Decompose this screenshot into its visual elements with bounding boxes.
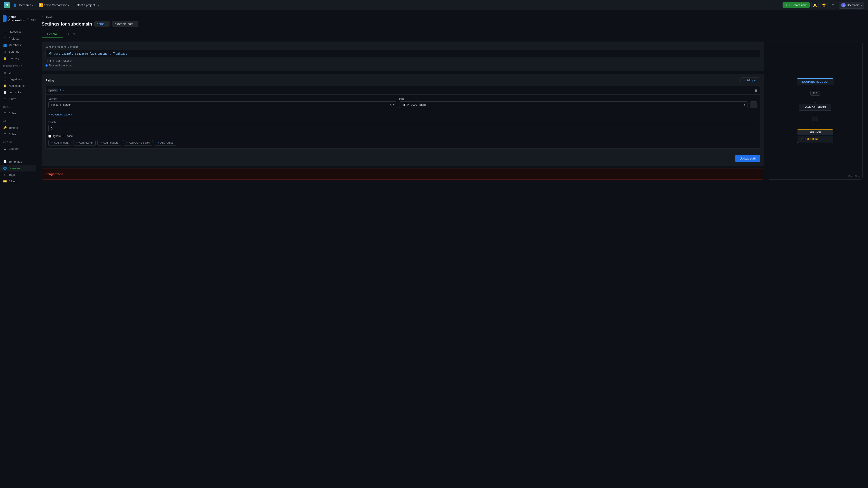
sidebar-item-registries[interactable]: 🗄 Registries xyxy=(0,76,36,83)
sidebar-item-members[interactable]: 👥 Members xyxy=(0,42,36,48)
sidebar-nav-rbac: 🛡 Roles xyxy=(0,109,36,118)
external-link-icon[interactable]: ↗ xyxy=(63,89,65,92)
breadcrumb-sep-1: / xyxy=(35,3,36,7)
left-column: Current Record Content 🔗 acme.example.co… xyxy=(41,41,764,180)
port-select-inner: HTTP : 3000 - (app) xyxy=(402,103,743,106)
back-link[interactable]: ← Back xyxy=(41,15,863,18)
tab-general[interactable]: General xyxy=(41,31,63,38)
priority-input[interactable] xyxy=(49,125,757,132)
add-rewrite-button[interactable]: + Add rewrite xyxy=(73,140,96,146)
clear-service-button[interactable]: ✕ xyxy=(390,103,392,106)
clusters-icon: ☁ xyxy=(3,147,7,151)
tab-cdn[interactable]: CDN xyxy=(63,31,80,38)
port-field-group: Port HTTP : 3000 - (app) ▾ xyxy=(399,97,748,108)
page-title: Settings for subdomain xyxy=(41,22,92,27)
open-service-button[interactable]: ↗ xyxy=(750,101,757,108)
paths-header: Paths + Add path xyxy=(45,77,760,84)
sidebar-item-git[interactable]: ◈ Git xyxy=(0,69,36,76)
add-timeout-button[interactable]: + Add timeout xyxy=(49,140,71,146)
breadcrumb-project[interactable]: Select a project... ▾ xyxy=(73,2,101,8)
port-label: Port xyxy=(399,97,748,100)
sidebar-item-roles-api[interactable]: 🛡 Roles xyxy=(0,131,36,138)
team-email: Team Email daniel@northflank.com xyxy=(31,16,36,22)
chevron-down-icon-port: ▾ xyxy=(744,103,745,106)
add-headers-button[interactable]: + Add headers xyxy=(97,140,121,146)
path-delete-button[interactable]: 🗑 xyxy=(754,89,757,92)
user-menu[interactable]: U Username ▾ xyxy=(839,2,864,8)
members-icon: 👥 xyxy=(3,43,7,47)
breadcrumb-org[interactable]: A Acme Corporation ▾ xyxy=(37,2,71,8)
danger-zone-title: Danger zone xyxy=(45,172,63,176)
topnav-right: + + Create new 🔔 🏆 ? U Username ▾ xyxy=(782,2,864,9)
subdomain-selector[interactable]: acme. ▾ xyxy=(94,21,110,27)
create-new-button[interactable]: + + Create new xyxy=(782,2,809,8)
sidebar-item-notifications[interactable]: 🔔 Notifications xyxy=(0,83,36,89)
add-retries-button[interactable]: + Add retries xyxy=(155,140,176,146)
sidebar-item-domains[interactable]: 🌐 Domains xyxy=(0,165,36,171)
notifications-button[interactable]: 🔔 xyxy=(811,2,819,9)
cloud-section-label: CLOUD xyxy=(0,138,36,144)
ignore-uri-checkbox[interactable] xyxy=(49,135,51,138)
add-cors-button[interactable]: + Add CORS policy xyxy=(123,140,153,146)
breadcrumb: 👤 Username ▾ / A Acme Corporation ▾ / Se… xyxy=(12,2,101,8)
overview-icon: ⊞ xyxy=(3,30,7,34)
sidebar-item-alerts[interactable]: ⚠ Alerts xyxy=(0,96,36,102)
sidebar-item-tags[interactable]: 🏷 Tags xyxy=(0,171,36,178)
record-card: Current Record Content 🔗 acme.example.co… xyxy=(41,41,764,71)
rbac-section-label: RBAC xyxy=(0,103,36,109)
chevron-down-icon-2: ▾ xyxy=(68,4,69,6)
advanced-content: Priority Ignore URI case + Add timeout xyxy=(46,118,760,149)
service-node-title: SERVICE xyxy=(797,130,833,135)
warning-icon-service: ⚠ xyxy=(801,138,803,140)
cert-status-dot xyxy=(45,64,48,67)
integrations-section-label: INTEGRATIONS xyxy=(0,62,36,68)
plus-icon: + xyxy=(786,3,787,7)
chevron-down-icon-domain: ▾ xyxy=(134,23,135,25)
plus-icon-timeout: + xyxy=(51,141,53,144)
port-select[interactable]: HTTP : 3000 - (app) ▾ xyxy=(399,101,748,108)
chevron-down-icon-subdomain: ▾ xyxy=(106,23,107,25)
security-icon: 🔒 xyxy=(3,57,7,60)
path-slash: / xyxy=(60,89,61,92)
advanced-options-toggle[interactable]: ▾ Advanced options xyxy=(46,111,760,118)
help-button[interactable]: ? xyxy=(830,2,837,9)
plus-icon-retries: + xyxy=(158,141,159,144)
app-logo: N xyxy=(4,2,10,8)
domain-selector[interactable]: example.com ▾ xyxy=(112,21,138,27)
trophy-button[interactable]: 🏆 xyxy=(820,2,828,9)
sidebar-item-templates[interactable]: 📄 Templates xyxy=(0,158,36,165)
sidebar-item-tokens[interactable]: 🔑 Tokens xyxy=(0,125,36,131)
sidebar-item-clusters[interactable]: ☁ Clusters xyxy=(0,145,36,152)
sidebar-org-header: 👤 Acme Corporation ☆ Team Email daniel@n… xyxy=(0,13,36,26)
flow-tls-label: TLS xyxy=(810,91,820,96)
tokens-icon: 🔑 xyxy=(3,126,7,129)
service-select[interactable]: Vendure / server ✕ ▾ xyxy=(49,101,397,108)
sidebar-item-roles[interactable]: 🛡 Roles xyxy=(0,110,36,117)
page-header: Settings for subdomain acme. ▾ example.c… xyxy=(41,21,863,27)
sidebar-item-security[interactable]: 🔒 Security xyxy=(0,55,36,61)
domains-icon: 🌐 xyxy=(3,166,7,170)
registries-icon: 🗄 xyxy=(3,77,7,81)
path-row-header: prefix / ↗ 🗑 xyxy=(46,86,760,95)
star-icon[interactable]: ☆ xyxy=(27,17,29,20)
chevron-down-icon-3: ▾ xyxy=(98,4,99,6)
flow-line-4 xyxy=(815,122,815,127)
sidebar-item-log-sinks[interactable]: 📋 Log sinks xyxy=(0,89,36,96)
cert-status: No certificate found xyxy=(45,64,760,67)
plus-icon-headers: + xyxy=(100,141,102,144)
sidebar-item-settings[interactable]: ⚙ Settings xyxy=(0,48,36,55)
add-path-button[interactable]: + Add path xyxy=(741,77,760,84)
chevron-down-icon-service: ▾ xyxy=(393,103,395,106)
update-path-button[interactable]: Update path xyxy=(735,155,760,162)
sidebar-item-projects[interactable]: ◫ Projects xyxy=(0,35,36,42)
sidebar-item-billing[interactable]: 💳 Billing xyxy=(0,178,36,185)
sidebar-item-overview[interactable]: ⊞ Overview xyxy=(0,29,36,35)
ignore-uri-row: Ignore URI case xyxy=(49,134,757,138)
breadcrumb-username[interactable]: 👤 Username ▾ xyxy=(12,2,35,8)
sidebar-nav-main: ⊞ Overview ◫ Projects 👥 Members ⚙ Settin… xyxy=(0,28,36,62)
service-select-inner: Vendure / server xyxy=(51,103,388,106)
main-layout: 👤 Acme Corporation ☆ Team Email daniel@n… xyxy=(0,10,868,488)
path-row: prefix / ↗ 🗑 Service Vendure / server xyxy=(45,86,760,149)
top-navigation: N 👤 Username ▾ / A Acme Corporation ▾ / … xyxy=(0,0,868,10)
flow-node-incoming: INCOMING REQUEST xyxy=(797,78,833,85)
